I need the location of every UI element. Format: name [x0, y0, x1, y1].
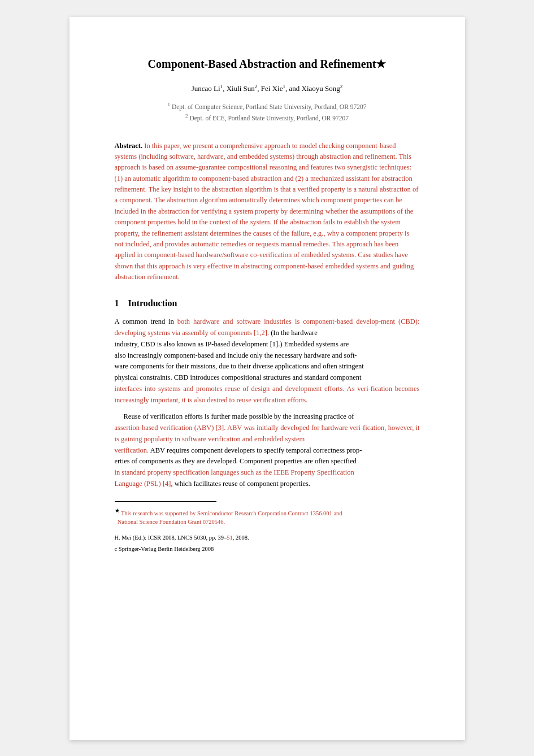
footnote-funding-text: This research was supported by Semicondu… — [115, 510, 342, 525]
author-list: Juncao Li1, Xiuli Sun2, Fei Xie1, and Xi… — [192, 84, 343, 93]
section1-title: Introduction — [128, 298, 177, 308]
intro-paragraph-1: A common trend in both hardware and soft… — [115, 316, 420, 406]
footnote-divider — [115, 501, 216, 502]
section1-number: 1 — [115, 298, 119, 308]
section1-heading: 1 Introduction — [115, 298, 420, 309]
footnote-funding: ★ This research was supported by Semicon… — [115, 506, 420, 527]
affiliation-1: 1 Dept. of Computer Science, Portland St… — [115, 101, 420, 112]
footnote-copyright-text: c Springer-Verlag Berlin Heidelberg 2008 — [115, 546, 214, 552]
paper-title: Component-Based Abstraction and Refineme… — [115, 57, 420, 71]
abstract-label: Abstract. — [115, 142, 143, 150]
authors: Juncao Li1, Xiuli Sun2, Fei Xie1, and Xi… — [115, 82, 420, 95]
affiliation-2: 2 Dept. of ECE, Portland State Universit… — [115, 112, 420, 123]
intro-paragraph-2: Reuse of verification efforts is further… — [115, 411, 420, 489]
footnote-cite: H. Mei (Ed.): ICSR 2008, LNCS 5030, pp. … — [115, 533, 420, 542]
paper-page: Component-Based Abstraction and Refineme… — [70, 17, 465, 740]
affiliations: 1 Dept. of Computer Science, Portland St… — [115, 101, 420, 123]
abstract-section: Abstract. In this paper, we present a co… — [115, 141, 420, 283]
footnote-cite-text: H. Mei (Ed.): ICSR 2008, LNCS 5030, pp. … — [115, 535, 249, 541]
footnote-copyright: c Springer-Verlag Berlin Heidelberg 2008 — [115, 545, 420, 554]
abstract-body: In this paper, we present a comprehensiv… — [115, 142, 419, 281]
star-icon: ★ — [115, 507, 120, 514]
